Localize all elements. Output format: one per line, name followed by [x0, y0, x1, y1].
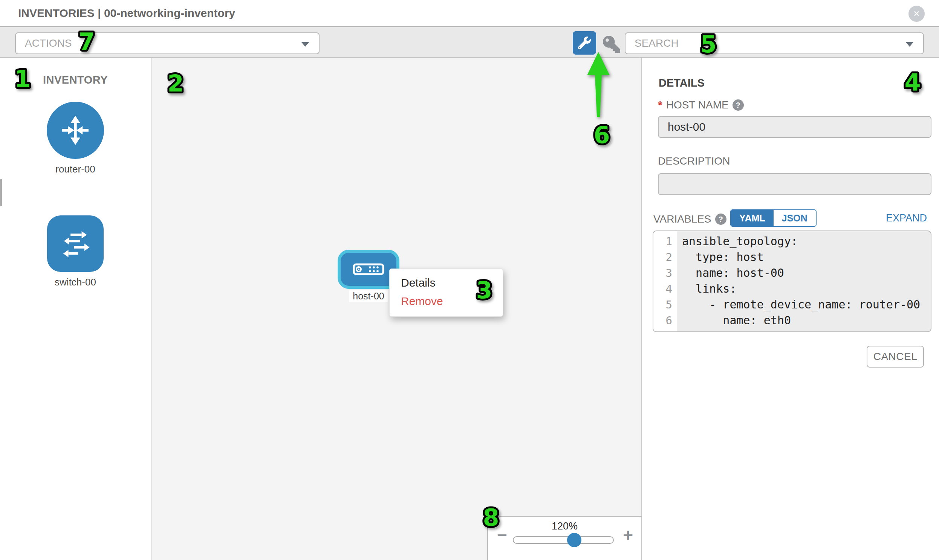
inventory-topology-page: INVENTORIES | 00-networking-inventory ✕ … — [0, 0, 939, 560]
key-icon — [603, 36, 620, 53]
page-header: INVENTORIES | 00-networking-inventory ✕ — [0, 0, 939, 27]
actions-dropdown[interactable]: ACTIONS — [15, 32, 319, 54]
palette-item-label: router-00 — [56, 163, 95, 175]
host-name-label-row: * HOST NAME ? — [658, 98, 744, 111]
description-field[interactable] — [658, 173, 931, 195]
variables-code-editor[interactable]: 1ansible_topology: 2 type: host 3 name: … — [653, 231, 931, 332]
search-dropdown-label: SEARCH — [635, 37, 678, 49]
chevron-down-icon — [906, 42, 913, 47]
help-icon[interactable]: ? — [715, 214, 726, 225]
zoom-slider-thumb[interactable] — [567, 533, 581, 547]
zoom-out-button[interactable]: − — [497, 525, 507, 545]
variables-label: VARIABLES — [654, 213, 711, 225]
code-line: 6 name: eth0 — [654, 312, 931, 328]
topology-canvas[interactable]: host-00 Details Remove 120% − + — [151, 58, 642, 560]
details-panel: DETAILS * HOST NAME ? DESCRIPTION VARIAB… — [642, 58, 939, 560]
palette-item-router[interactable]: router-00 — [0, 102, 151, 175]
switch-icon — [47, 215, 103, 272]
close-x-glyph: ✕ — [913, 9, 920, 19]
required-asterisk: * — [658, 98, 662, 111]
sidebar-scrollbar[interactable] — [0, 179, 2, 206]
key-credentials-button[interactable] — [602, 35, 621, 54]
zoom-control-panel: 120% − + — [487, 516, 641, 560]
host-name-field[interactable] — [658, 116, 931, 138]
code-line: 3 name: host-00 — [654, 265, 931, 281]
help-icon[interactable]: ? — [732, 99, 744, 111]
variables-label-row: VARIABLES ? — [654, 213, 726, 225]
actions-dropdown-label: ACTIONS — [25, 37, 72, 49]
host-name-label: HOST NAME — [666, 99, 729, 111]
context-menu-item-remove[interactable]: Remove — [390, 292, 503, 310]
node-context-menu: Details Remove — [389, 269, 503, 317]
variables-format-toggle: YAML JSON — [730, 209, 817, 227]
close-icon[interactable]: ✕ — [908, 6, 925, 22]
cancel-button[interactable]: CANCEL — [867, 346, 924, 368]
router-icon — [47, 102, 104, 159]
toolbar: ACTIONS SEARCH — [0, 27, 939, 58]
palette-item-switch[interactable]: switch-00 — [0, 215, 151, 288]
main-area: INVENTORY router-00 — [0, 58, 939, 560]
expand-link[interactable]: EXPAND — [886, 212, 927, 224]
code-line: 2 type: host — [654, 249, 931, 265]
context-menu-item-details[interactable]: Details — [390, 274, 503, 292]
zoom-slider-track[interactable] — [513, 536, 614, 544]
search-dropdown[interactable]: SEARCH — [625, 32, 924, 54]
description-label: DESCRIPTION — [658, 155, 730, 167]
host-device-icon — [353, 263, 384, 275]
zoom-percentage: 120% — [488, 520, 641, 532]
json-toggle-button[interactable]: JSON — [774, 210, 816, 226]
host-node-label: host-00 — [349, 290, 388, 302]
chevron-down-icon — [301, 42, 309, 47]
code-line: 1ansible_topology: — [654, 234, 931, 249]
code-line: 5 - remote_device_name: router-00 — [654, 297, 931, 312]
wrench-icon — [578, 37, 591, 49]
toolkit-wrench-button[interactable] — [573, 31, 596, 55]
zoom-in-button[interactable]: + — [623, 525, 633, 545]
page-title: INVENTORIES | 00-networking-inventory — [18, 7, 235, 20]
code-line: 4 links: — [654, 281, 931, 297]
details-heading: DETAILS — [658, 77, 705, 89]
yaml-toggle-button[interactable]: YAML — [731, 210, 774, 226]
palette-item-label: switch-00 — [55, 277, 96, 288]
inventory-heading: INVENTORY — [0, 74, 151, 86]
code-line: 7 remote_interface_name: eth0 — [654, 328, 931, 332]
inventory-palette-sidebar: INVENTORY router-00 — [0, 58, 151, 560]
